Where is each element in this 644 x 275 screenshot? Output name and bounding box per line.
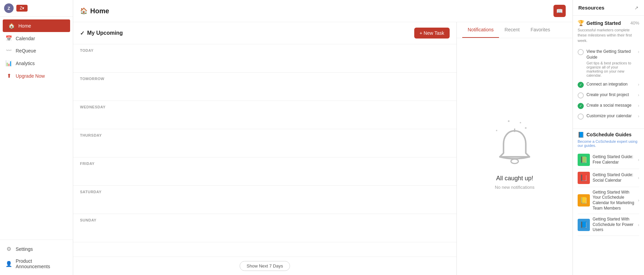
guide-thumb-green: 📗 [578, 154, 590, 166]
chevron-right-icon: › [638, 114, 639, 119]
day-content-wednesday [73, 112, 456, 129]
sidebar-item-calendar[interactable]: 📅 Calendar [0, 32, 73, 45]
page-title: Home [90, 7, 109, 15]
guide-label: Getting Started Guide: Social Calendar [593, 172, 635, 183]
content-panels: ✓ My Upcoming + New Task TODAY TOMORROW … [73, 22, 573, 275]
guides-title: CoSchedule Guides [586, 132, 631, 137]
day-section-thursday: THURSDAY [73, 129, 456, 157]
upgrade-label: Upgrade Now [16, 73, 45, 79]
day-section-friday: FRIDAY [73, 157, 456, 186]
user-menu-button[interactable]: Z▾ [16, 5, 28, 12]
external-link-icon[interactable]: ↗ [634, 5, 639, 11]
day-section-wednesday: WEDNESDAY [73, 101, 456, 129]
avatar: Z [4, 3, 14, 13]
gs-item-content: View the Getting Started Guide Get tips … [586, 49, 635, 77]
day-label-sunday: SUNDAY [73, 214, 456, 225]
sidebar-item-label: Calendar [16, 36, 35, 41]
day-content-tomorrow [73, 83, 456, 101]
sidebar-top: Z Z▾ [0, 0, 73, 17]
gs-item-customize-calendar[interactable]: Customize your calendar › [578, 111, 639, 122]
notifications-panel: Notifications Recent Favorites [457, 22, 573, 275]
day-label-today: TODAY [73, 44, 456, 55]
gs-item-label: View the Getting Started Guide [586, 49, 635, 60]
bell-icon [494, 127, 535, 168]
caught-up-title: All caught up! [496, 175, 533, 182]
chevron-right-icon: › [638, 103, 639, 108]
gs-item-label: Connect an integration [586, 81, 635, 87]
guides-header: 📘 CoSchedule Guides [578, 132, 639, 138]
tab-favorites[interactable]: Favorites [525, 22, 556, 38]
day-label-saturday: SATURDAY [73, 186, 456, 197]
guide-item-power-users[interactable]: 📘 Getting Started With CoSchedule for Po… [578, 214, 639, 236]
gs-item-label: Create a social message [586, 103, 635, 108]
sidebar: Z Z▾ 🏠 Home 📅 Calendar 〰 ReQueue 📊 Analy… [0, 0, 73, 275]
announcements-icon: 👤 [5, 261, 12, 267]
book-button[interactable]: 📖 [553, 5, 566, 17]
upcoming-body: TODAY TOMORROW WEDNESDAY THURSDAY FRIDAY [73, 44, 456, 257]
settings-icon: ⚙ [5, 246, 12, 252]
gs-item-create-social[interactable]: ✓ Create a social message › [578, 101, 639, 111]
tab-recent[interactable]: Recent [499, 22, 525, 38]
notifications-body: All caught up! No new notifications [457, 38, 573, 275]
header-right: 📖 [553, 5, 566, 17]
chevron-right-icon: › [638, 175, 639, 180]
day-content-thursday [73, 140, 456, 157]
caught-up-sub: No new notifications [495, 185, 534, 190]
product-label: Product Announcements [16, 258, 67, 269]
home-icon: 🏠 [8, 22, 15, 29]
getting-started-sub: Successful marketers complete these mile… [578, 28, 639, 43]
resources-title: Resources [578, 5, 605, 11]
guide-label: Getting Started With Your CoSchedule Cal… [593, 190, 635, 211]
resources-header: Resources ↗ [573, 0, 644, 16]
check-empty-icon [578, 113, 584, 120]
gs-item-connect-integration[interactable]: ✓ Connect an integration › [578, 79, 639, 90]
requeue-icon: 〰 [5, 48, 12, 54]
day-section-today: TODAY [73, 44, 456, 73]
analytics-icon: 📊 [5, 60, 12, 66]
day-content-saturday [73, 197, 456, 214]
day-content-today [73, 55, 456, 72]
divider [573, 128, 644, 129]
day-section-saturday: SATURDAY [73, 186, 456, 214]
coschedule-guides-section: 📘 CoSchedule Guides Become a CoSchedule … [573, 132, 644, 236]
show-next-button[interactable]: Show Next 7 Days [240, 261, 290, 271]
sidebar-item-upgrade[interactable]: ⬆ Upgrade Now [0, 70, 73, 82]
sidebar-item-analytics[interactable]: 📊 Analytics [0, 57, 73, 70]
settings-label: Settings [16, 246, 33, 252]
calendar-icon: 📅 [5, 35, 12, 42]
sidebar-item-home[interactable]: 🏠 Home [3, 19, 70, 32]
gs-item-view-guide[interactable]: View the Getting Started Guide Get tips … [578, 47, 639, 79]
sidebar-item-requeue[interactable]: 〰 ReQueue [0, 45, 73, 57]
resources-body: 🏆 Getting Started 40% Successful markete… [573, 16, 644, 275]
sidebar-item-product-announcements[interactable]: 👤 Product Announcements [0, 255, 73, 272]
day-label-friday: FRIDAY [73, 157, 456, 168]
check-done-icon: ✓ [578, 103, 584, 109]
upcoming-header: ✓ My Upcoming + New Task [73, 22, 456, 44]
gs-item-label: Customize your calendar [586, 113, 635, 119]
upcoming-title: ✓ My Upcoming [80, 30, 123, 36]
guide-thumb-red: 📕 [578, 172, 590, 184]
gs-item-label: Create your first project [586, 92, 635, 98]
day-label-thursday: THURSDAY [73, 129, 456, 140]
sidebar-item-settings[interactable]: ⚙ Settings [0, 243, 73, 255]
chevron-right-icon: › [638, 223, 639, 227]
guide-label: Getting Started Guide: Free Calendar [593, 154, 635, 165]
notifications-tabs: Notifications Recent Favorites [457, 22, 573, 38]
day-section-sunday: SUNDAY [73, 214, 456, 242]
guide-item-team-members[interactable]: 📒 Getting Started With Your CoSchedule C… [578, 187, 639, 214]
home-header-icon: 🏠 [80, 7, 87, 15]
guide-item-social-calendar[interactable]: 📕 Getting Started Guide: Social Calendar… [578, 169, 639, 187]
guide-thumb-blue: 📘 [578, 219, 590, 231]
sidebar-item-label: Analytics [16, 61, 35, 66]
gs-item-create-project[interactable]: Create your first project › [578, 90, 639, 101]
guide-item-free-calendar[interactable]: 📗 Getting Started Guide: Free Calendar › [578, 151, 639, 169]
tab-notifications[interactable]: Notifications [462, 22, 499, 38]
chevron-right-icon: › [638, 157, 639, 162]
guide-thumb-yellow: 📒 [578, 194, 590, 207]
sidebar-nav: 🏠 Home 📅 Calendar 〰 ReQueue 📊 Analytics … [0, 17, 73, 240]
chevron-right-icon: › [638, 93, 639, 97]
resources-panel: Resources ↗ 🏆 Getting Started 40% Succes… [573, 0, 644, 275]
sidebar-bottom: ⚙ Settings 👤 Product Announcements [0, 240, 73, 275]
getting-started-header: 🏆 Getting Started 40% [578, 20, 639, 26]
new-task-button[interactable]: + New Task [414, 28, 450, 39]
